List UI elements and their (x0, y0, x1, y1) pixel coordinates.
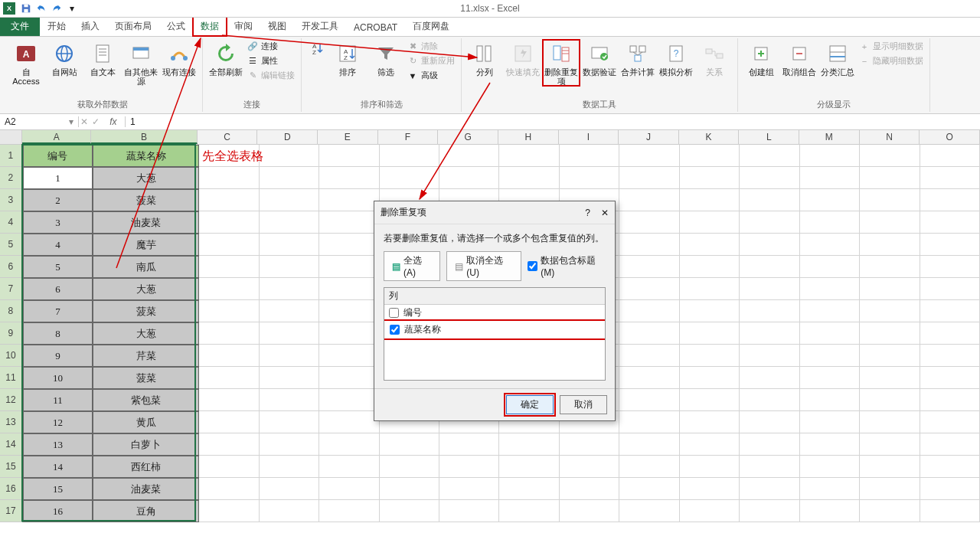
empty-cell[interactable] (319, 211, 379, 234)
table-cell[interactable]: 7 (23, 300, 93, 322)
table-cell[interactable]: 5 (23, 256, 93, 278)
column-item-id[interactable]: 编号 (384, 305, 605, 321)
tab-home[interactable]: 开始 (40, 17, 74, 36)
empty-cell[interactable] (319, 345, 379, 367)
empty-cell[interactable] (260, 300, 319, 322)
empty-cell[interactable] (680, 189, 740, 211)
row-header[interactable]: 2 (0, 167, 23, 189)
empty-cell[interactable] (319, 433, 379, 456)
empty-cell[interactable] (920, 256, 980, 278)
empty-cell[interactable] (319, 456, 379, 478)
table-cell[interactable]: 9 (23, 345, 93, 367)
empty-cell[interactable] (860, 345, 920, 367)
empty-cell[interactable] (860, 433, 920, 456)
sort-button[interactable]: AZ排序 (329, 40, 366, 77)
empty-cell[interactable] (740, 478, 799, 500)
text-to-columns-button[interactable]: 分列 (466, 40, 503, 77)
empty-cell[interactable] (920, 478, 980, 500)
redo-icon[interactable] (50, 2, 64, 15)
empty-cell[interactable] (319, 256, 379, 278)
group-button[interactable]: 创建组 (743, 40, 779, 77)
empty-cell[interactable] (860, 322, 920, 345)
empty-cell[interactable] (619, 189, 679, 211)
col-header-D[interactable]: D (257, 130, 318, 144)
cancel-formula-icon[interactable]: ✕ (80, 116, 88, 127)
empty-cell[interactable] (680, 500, 740, 522)
empty-cell[interactable] (199, 322, 259, 345)
empty-cell[interactable] (860, 478, 920, 500)
empty-cell[interactable] (800, 345, 860, 367)
empty-cell[interactable] (560, 478, 619, 500)
tab-formula[interactable]: 公式 (159, 17, 193, 36)
empty-cell[interactable] (800, 256, 860, 278)
empty-cell[interactable] (680, 278, 740, 300)
name-box[interactable]: A2▾ (0, 116, 79, 127)
row-header[interactable]: 16 (0, 478, 23, 500)
empty-cell[interactable] (740, 433, 799, 456)
empty-cell[interactable] (199, 211, 259, 234)
empty-cell[interactable] (920, 433, 980, 456)
empty-cell[interactable] (800, 411, 860, 433)
col-header-K[interactable]: K (679, 130, 740, 144)
empty-cell[interactable] (860, 167, 920, 189)
col-header-E[interactable]: E (318, 130, 378, 144)
undo-icon[interactable] (34, 2, 48, 15)
empty-cell[interactable] (260, 256, 319, 278)
empty-cell[interactable] (199, 389, 259, 411)
empty-cell[interactable] (199, 189, 259, 211)
empty-cell[interactable] (800, 478, 860, 500)
empty-cell[interactable] (619, 500, 679, 522)
empty-cell[interactable] (800, 167, 860, 189)
empty-cell[interactable] (260, 234, 319, 256)
empty-cell[interactable] (800, 211, 860, 234)
empty-cell[interactable] (619, 433, 679, 456)
empty-cell[interactable] (260, 167, 319, 189)
advanced-filter-button[interactable]: ▼高级 (406, 69, 456, 82)
row-header[interactable]: 14 (0, 433, 23, 456)
fx-icon[interactable]: fx (103, 116, 122, 127)
empty-cell[interactable] (860, 145, 920, 167)
empty-cell[interactable] (619, 345, 679, 367)
empty-cell[interactable] (199, 411, 259, 433)
empty-cell[interactable] (260, 433, 319, 456)
table-cell[interactable]: 南瓜 (93, 256, 199, 278)
col-header-J[interactable]: J (619, 130, 679, 144)
empty-cell[interactable] (260, 211, 319, 234)
empty-cell[interactable] (319, 478, 379, 500)
empty-cell[interactable] (680, 256, 740, 278)
empty-cell[interactable] (439, 500, 499, 522)
empty-cell[interactable] (860, 256, 920, 278)
empty-cell[interactable] (920, 456, 980, 478)
empty-cell[interactable] (199, 456, 259, 478)
whatif-button[interactable]: ?模拟分析 (658, 40, 694, 77)
empty-cell[interactable] (619, 256, 679, 278)
empty-cell[interactable] (319, 411, 379, 433)
empty-cell[interactable] (199, 478, 259, 500)
empty-cell[interactable] (439, 433, 499, 456)
empty-cell[interactable] (860, 389, 920, 411)
edit-links-button[interactable]: ✎编辑链接 (246, 69, 296, 82)
empty-cell[interactable] (319, 367, 379, 389)
empty-cell[interactable] (619, 145, 679, 167)
empty-cell[interactable] (560, 456, 619, 478)
empty-cell[interactable] (439, 456, 499, 478)
empty-cell[interactable] (619, 300, 679, 322)
relationships-button[interactable]: 关系 (696, 40, 733, 77)
empty-cell[interactable] (860, 411, 920, 433)
col-header-I[interactable]: I (559, 130, 619, 144)
empty-cell[interactable] (619, 367, 679, 389)
reapply-button[interactable]: ↻重新应用 (406, 54, 456, 67)
save-icon[interactable] (19, 2, 33, 15)
existing-conn-button[interactable]: 现有连接 (161, 40, 198, 77)
empty-cell[interactable] (800, 389, 860, 411)
col-header-C[interactable]: C (198, 130, 258, 144)
table-cell[interactable]: 大葱 (93, 167, 199, 189)
show-detail-button[interactable]: +显示明细数据 (858, 40, 925, 53)
empty-cell[interactable] (619, 456, 679, 478)
col-header-N[interactable]: N (860, 130, 920, 144)
empty-cell[interactable] (920, 389, 980, 411)
empty-cell[interactable] (680, 145, 740, 167)
empty-cell[interactable] (439, 478, 499, 500)
empty-cell[interactable] (920, 345, 980, 367)
empty-cell[interactable] (380, 167, 439, 189)
